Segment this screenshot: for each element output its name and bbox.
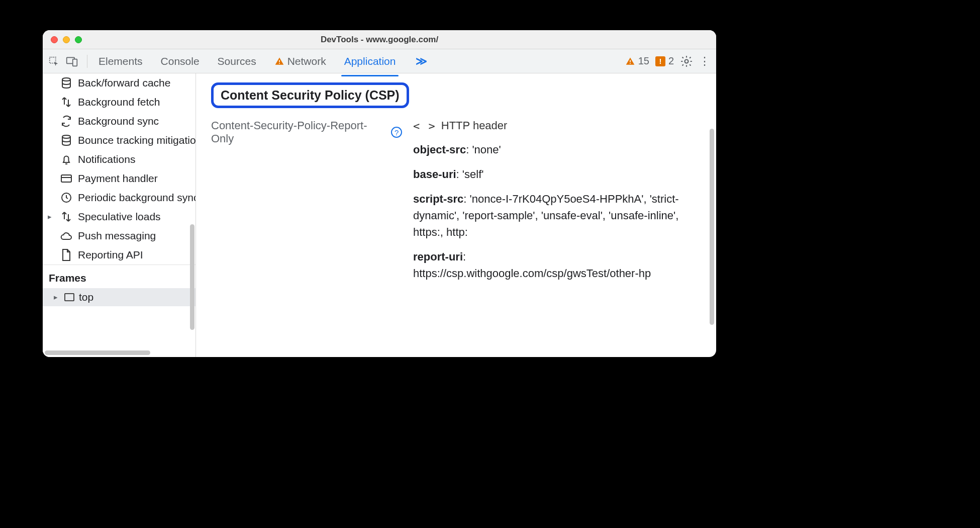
csp-directive-object-src: object-src: 'none' [413,141,684,158]
csp-source-label: HTTP header [441,119,508,132]
settings-gear-icon[interactable] [680,55,693,68]
main-vertical-scrollbar[interactable] [710,129,714,325]
minimize-window-button[interactable] [63,36,70,43]
application-sidebar: Back/forward cacheBackground fetchBackgr… [43,73,196,357]
tab-sources[interactable]: Sources [216,51,258,71]
tab-label: Application [344,55,396,67]
csp-policy-label: Content-Security-Policy-Report-Only ? [211,119,402,145]
sidebar-item-payment-handler[interactable]: Payment handler [43,169,195,188]
warning-triangle-icon [625,56,635,66]
warnings-count: 15 [638,55,649,67]
sidebar-item-label: Bounce tracking mitigation [78,134,195,146]
issue-badge-icon: ! [655,56,665,66]
sidebar-item-label: Notifications [78,153,135,165]
file-icon [60,248,73,261]
csp-policy-body: < > HTTP header object-src: 'none'base-u… [413,119,703,290]
clock-icon [60,191,73,204]
card-icon [60,172,73,185]
csp-heading: Content Security Policy (CSP) [211,82,409,108]
database-icon [60,134,73,147]
titlebar: DevTools - www.google.com/ [43,30,716,49]
sidebar-item-label: Push messaging [78,230,156,242]
svg-rect-3 [279,60,280,62]
window-title: DevTools - www.google.com/ [43,35,716,45]
tab-label: Console [161,55,200,67]
kebab-menu-icon[interactable]: ⋮ [699,55,711,68]
toolbar-divider [87,55,87,68]
background-services-group: Back/forward cacheBackground fetchBackgr… [43,73,195,265]
sidebar-item-speculative-loads[interactable]: Speculative loads [43,207,195,226]
svg-point-9 [62,135,70,138]
angle-brackets-icon: < > [413,120,436,132]
sidebar-horizontal-scrollbar[interactable] [45,350,150,355]
csp-policy-row: Content-Security-Policy-Report-Only ? < … [211,119,703,290]
sidebar-item-background-fetch[interactable]: Background fetch [43,93,195,112]
frame-details-main: Content Security Policy (CSP) Content-Se… [196,73,716,357]
frames-section-header: Frames [43,265,195,288]
tab-console[interactable]: Console [159,51,202,71]
sidebar-item-background-sync[interactable]: Background sync [43,112,195,131]
tab-network[interactable]: Network [272,51,328,71]
warnings-counter[interactable]: 15 [625,55,649,67]
tab-elements[interactable]: Elements [96,51,145,71]
tab-label: Network [287,55,326,67]
svg-rect-5 [630,60,631,62]
sidebar-item-reporting-api[interactable]: Reporting API [43,245,195,265]
sync-icon [60,115,73,128]
sidebar-item-bounce-tracking-mitigation[interactable]: Bounce tracking mitigation [43,131,195,150]
csp-directive-name: report-uri [413,250,463,263]
sidebar-item-push-messaging[interactable]: Push messaging [43,226,195,245]
sidebar-item-label: Background fetch [78,96,160,108]
sidebar-item-back-forward-cache[interactable]: Back/forward cache [43,73,195,93]
device-toolbar-icon[interactable] [66,55,78,67]
panel-body: Back/forward cacheBackground fetchBackgr… [43,73,716,357]
devtools-window: DevTools - www.google.com/ Elements Cons… [43,30,716,357]
sidebar-item-label: Payment handler [78,172,158,185]
issues-counter[interactable]: ! 2 [655,55,674,67]
devtools-toolbar: Elements Console Sources Network Applica… [43,49,716,73]
svg-rect-2 [73,59,77,66]
csp-directive-value: https://csp.withgoogle.com/csp/gwsTest/o… [413,267,651,280]
svg-point-7 [685,59,689,63]
csp-directive-name: object-src [413,143,466,156]
help-icon[interactable]: ? [391,127,402,138]
sidebar-vertical-scrollbar[interactable] [190,224,194,330]
issues-count: 2 [668,55,674,67]
inspect-element-icon[interactable] [48,55,60,67]
csp-directive-name: script-src [413,193,463,205]
more-tabs-button[interactable]: ≫ [416,55,427,68]
sidebar-item-label: Background sync [78,115,159,127]
csp-directive-base-uri: base-uri: 'self' [413,166,684,183]
csp-directive-name: base-uri [413,168,456,181]
csp-source-line: < > HTTP header [413,119,703,132]
svg-rect-6 [630,63,631,64]
svg-rect-13 [65,294,74,301]
csp-directive-value: 'self' [462,168,484,181]
zoom-window-button[interactable] [75,36,82,43]
sidebar-item-label: Speculative loads [78,211,161,223]
csp-policy-name: Content-Security-Policy-Report-Only [211,119,387,145]
close-window-button[interactable] [51,36,58,43]
tab-label: Elements [99,55,143,67]
frame-top-label: top [79,291,93,303]
csp-directive-report-uri: report-uri: https://csp.withgoogle.com/c… [413,248,684,282]
csp-directive-value: 'none' [472,143,501,156]
sidebar-item-periodic-background-sync[interactable]: Periodic background sync [43,188,195,207]
cloud-icon [60,229,73,242]
updown-icon [60,96,73,109]
sidebar-item-label: Reporting API [78,249,143,261]
sidebar-item-label: Periodic background sync [78,192,195,204]
svg-point-8 [62,78,70,81]
updown-icon [60,210,73,223]
svg-rect-10 [61,175,71,182]
warning-triangle-icon [274,56,284,66]
tab-label: Sources [218,55,256,67]
csp-directive-script-src: script-src: 'nonce-I-7rK04QpY5oeS4-HPPkh… [413,191,684,240]
panel-tabs: Elements Console Sources Network Applica… [96,51,427,71]
sidebar-item-notifications[interactable]: Notifications [43,150,195,169]
frame-top-row[interactable]: top [43,288,195,306]
tab-application[interactable]: Application [342,51,398,71]
svg-rect-4 [279,63,280,64]
database-icon [60,76,73,90]
window-controls [51,36,82,43]
